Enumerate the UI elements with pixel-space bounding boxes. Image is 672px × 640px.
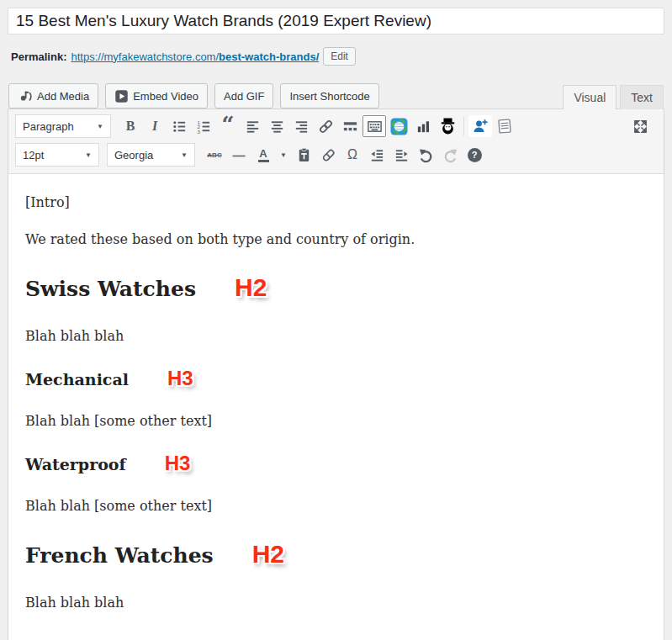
paste-table-button[interactable] xyxy=(493,115,516,137)
heading-h2: French WatchesH2 xyxy=(25,540,647,569)
bullet-list-button[interactable] xyxy=(167,115,191,137)
bullet-list-icon xyxy=(172,119,188,135)
person-hat-button[interactable] xyxy=(436,115,459,137)
heading-level-annotation: H2 xyxy=(252,540,284,568)
person-hat-icon xyxy=(439,118,457,135)
align-center-button[interactable] xyxy=(265,115,288,137)
block-text: Blah blah [some other text] xyxy=(25,413,212,429)
block-text: Swiss Watches xyxy=(25,277,196,301)
add-gif-button[interactable]: Add GIF xyxy=(214,83,273,108)
clear-formatting-button[interactable] xyxy=(316,144,340,166)
globe-plugin-button[interactable] xyxy=(387,115,410,137)
permalink-label: Permalink: xyxy=(11,50,66,63)
tab-text[interactable]: Text xyxy=(620,85,664,109)
font-family-select[interactable]: Georgia ▼ xyxy=(107,143,195,167)
omega-icon: Ω xyxy=(347,147,357,162)
embed-video-label: Embed Video xyxy=(133,90,198,103)
align-right-icon xyxy=(294,119,310,135)
blockquote-button[interactable]: “ xyxy=(216,115,240,137)
chevron-down-icon: ▼ xyxy=(97,123,103,130)
fullscreen-button[interactable] xyxy=(628,115,652,137)
align-left-button[interactable] xyxy=(241,115,264,137)
editor-mode-tabs: Visual Text xyxy=(563,84,664,108)
link-icon xyxy=(318,119,334,135)
help-button[interactable]: ? xyxy=(463,144,486,166)
editor-toolbar: Paragraph ▼ B I xyxy=(8,109,664,174)
strikethrough-button[interactable]: ABC xyxy=(203,144,226,166)
special-character-button[interactable]: Ω xyxy=(341,144,364,166)
font-family-value: Georgia xyxy=(114,149,153,161)
paragraph: Blah blah [some other text] xyxy=(25,498,647,514)
bar-chart-icon xyxy=(415,119,431,135)
chevron-down-icon: ▼ xyxy=(280,151,287,159)
paragraph: Blah blah blah xyxy=(25,328,647,344)
eraser-icon xyxy=(320,147,336,163)
increase-indent-button[interactable] xyxy=(389,144,413,166)
numbered-list-icon: 1 2 3 xyxy=(196,119,212,135)
add-gif-label: Add GIF xyxy=(224,90,264,103)
block-text: Mechanical xyxy=(25,370,129,389)
strikethrough-icon: ABC xyxy=(207,151,221,159)
text-color-caret-button[interactable]: ▼ xyxy=(276,144,291,166)
paste-text-icon xyxy=(296,147,312,163)
svg-text:3: 3 xyxy=(197,129,200,135)
align-right-button[interactable] xyxy=(289,115,313,137)
block-text: Blah blah [some other text] xyxy=(25,498,212,514)
media-icon xyxy=(18,88,33,103)
add-media-label: Add Media xyxy=(37,90,89,103)
decrease-indent-button[interactable] xyxy=(365,144,389,166)
bold-icon: B xyxy=(126,119,135,134)
embed-video-button[interactable]: Embed Video xyxy=(105,83,208,108)
paste-as-text-button[interactable] xyxy=(292,144,315,166)
permalink-link[interactable]: https://myfakewatchstore.com/best-watch-… xyxy=(71,50,319,63)
blockquote-icon: “ xyxy=(222,120,235,132)
heading-h3: MechanicalH3 xyxy=(25,367,647,390)
toolbar-toggle-button[interactable] xyxy=(362,115,386,137)
block-text: Blah blah blah xyxy=(25,328,124,344)
horizontal-rule-icon: — xyxy=(233,148,246,162)
toolbar-row-1: Paragraph ▼ B I xyxy=(15,112,657,140)
paragraph: Blah blah blah xyxy=(25,595,647,611)
toolbar-row-2: 12pt ▼ Georgia ▼ ABC — A xyxy=(15,140,657,169)
indent-icon xyxy=(394,147,410,163)
redo-button[interactable] xyxy=(438,144,462,166)
chart-button[interactable] xyxy=(411,115,435,137)
text-color-button[interactable]: A xyxy=(251,144,275,166)
italic-button[interactable]: I xyxy=(143,115,167,137)
block-text: [Intro] xyxy=(25,194,70,210)
horizontal-rule-button[interactable]: — xyxy=(227,144,251,166)
block-text: Blah blah blah xyxy=(25,595,124,611)
add-user-button[interactable] xyxy=(468,115,492,137)
document-table-icon xyxy=(496,118,513,135)
font-size-select[interactable]: 12pt ▼ xyxy=(15,143,99,167)
permalink-edit-button[interactable]: Edit xyxy=(323,47,356,66)
fullscreen-expand-icon xyxy=(632,119,648,135)
toolbar-toggle-icon xyxy=(367,119,383,135)
block-text: We rated these based on both type and co… xyxy=(25,231,415,247)
editor-content[interactable]: [Intro]We rated these based on both type… xyxy=(8,174,664,640)
undo-button[interactable] xyxy=(414,144,437,166)
heading-level-annotation: H2 xyxy=(235,273,267,301)
paragraph-format-select[interactable]: Paragraph ▼ xyxy=(15,114,111,138)
chevron-down-icon: ▼ xyxy=(85,151,92,159)
align-left-icon xyxy=(245,119,261,135)
block-text: French Watches xyxy=(25,543,214,568)
heading-h3: WaterproofH3 xyxy=(25,452,647,475)
help-icon: ? xyxy=(468,148,482,162)
media-buttons: Add Media Embed Video Add GIF Insert Sho… xyxy=(8,83,379,108)
chevron-down-icon: ▼ xyxy=(181,151,188,159)
tab-visual[interactable]: Visual xyxy=(563,85,616,109)
numbered-list-button[interactable]: 1 2 3 xyxy=(192,115,215,137)
font-size-value: 12pt xyxy=(23,149,44,161)
read-more-button[interactable] xyxy=(338,115,362,137)
editor-top-bar: Add Media Embed Video Add GIF Insert Sho… xyxy=(8,83,664,108)
post-title-input[interactable] xyxy=(8,8,664,34)
insert-link-button[interactable] xyxy=(314,115,337,137)
person-plus-icon xyxy=(472,118,489,135)
undo-icon xyxy=(418,147,434,163)
add-media-button[interactable]: Add Media xyxy=(8,83,98,108)
globe-plugin-icon xyxy=(390,118,408,135)
heading-level-annotation: H3 xyxy=(165,452,191,474)
insert-shortcode-button[interactable]: Insert Shortcode xyxy=(280,83,378,108)
bold-button[interactable]: B xyxy=(119,115,142,137)
